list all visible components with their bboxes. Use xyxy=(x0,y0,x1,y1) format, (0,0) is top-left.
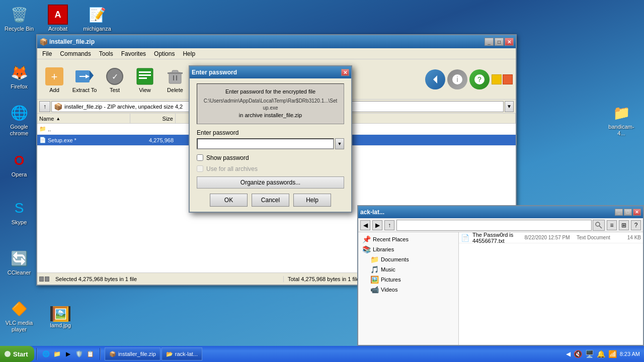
toolbar-help-icon[interactable]: ? xyxy=(469,69,490,89)
quicklaunch-antivirus-icon[interactable]: 🛡️ xyxy=(74,348,85,359)
password-input[interactable] xyxy=(197,138,334,149)
quicklaunch-ie-icon[interactable]: 🌐 xyxy=(41,348,51,359)
explorer-back-button[interactable]: ◀ xyxy=(360,220,370,230)
menu-file[interactable]: File xyxy=(38,49,56,58)
taskbar-divider-1 xyxy=(36,348,37,360)
dialog-titlebar: Enter password ✕ xyxy=(190,66,351,78)
desktop-icon-chrome[interactable]: 🌐 Google chrome xyxy=(2,101,37,139)
desktop-icon-acrobat[interactable]: A Acrobat xyxy=(40,3,75,34)
add-label: Add xyxy=(49,87,59,93)
show-password-label[interactable]: Show password xyxy=(206,154,249,161)
dialog-help-button[interactable]: Help xyxy=(293,194,331,207)
explorer-title-buttons: _ □ ✕ xyxy=(615,209,641,216)
dialog-info-path: C:\Users\admin\AppData\Local\Temp\Rar$DR… xyxy=(202,98,339,112)
quicklaunch-media-icon[interactable]: ▶ xyxy=(63,348,73,359)
svg-line-23 xyxy=(599,226,602,228)
address-dropdown-button[interactable]: ▼ xyxy=(505,101,514,112)
explorer-up-button[interactable]: ↑ xyxy=(384,220,394,230)
dialog-ok-button[interactable]: OK xyxy=(210,194,248,207)
desktop-icon-lamd[interactable]: 🖼️ lamd.jpg xyxy=(43,304,78,331)
taskbar-divider-2 xyxy=(100,348,101,360)
explorer-help-button[interactable]: ? xyxy=(631,220,641,230)
list-item[interactable]: 📄 The Passw0rd is 44556677.txt 8/22/2020… xyxy=(459,232,643,243)
show-password-checkbox[interactable] xyxy=(197,154,203,161)
menu-tools[interactable]: Tools xyxy=(95,49,117,58)
toolbar-test-button[interactable]: ✓ Test xyxy=(101,64,129,95)
taskbar-winrar-task[interactable]: 📦 installer_file.zip xyxy=(105,347,160,360)
tray-network-icon[interactable]: 📶 xyxy=(608,350,617,358)
tree-item-libraries[interactable]: 📚 Libraries xyxy=(360,244,456,254)
toolbar-back-icon[interactable] xyxy=(425,69,445,89)
view-icon xyxy=(134,66,155,87)
desktop-icon-vlc[interactable]: 🔶 VLC media player xyxy=(2,297,37,335)
toolbar-view-button[interactable]: View xyxy=(131,64,159,95)
menu-favorites[interactable]: Favorites xyxy=(117,49,150,58)
desktop-icon-opera[interactable]: O Opera xyxy=(2,148,37,180)
menu-commands[interactable]: Commands xyxy=(56,49,95,58)
dialog-close-button[interactable]: ✕ xyxy=(341,69,349,76)
pictures-icon: 🖼️ xyxy=(370,276,379,284)
view-mode-2[interactable] xyxy=(503,74,513,84)
tray-display-icon[interactable]: 🖥️ xyxy=(585,350,594,358)
setup-exe-size: 4,275,968 xyxy=(130,136,176,144)
desktop-icon-michiganza[interactable]: 📝 michiganza xyxy=(79,3,115,34)
explorer-view-list-button[interactable]: ≡ xyxy=(607,220,617,230)
tray-notification-icon[interactable]: 🔔 xyxy=(597,350,605,358)
menu-options[interactable]: Options xyxy=(150,49,179,58)
taskbar-explorer-task[interactable]: 📂 rack-lat... xyxy=(162,347,202,360)
desktop-icon-bandicam[interactable]: 📁 bandicam-4... xyxy=(604,101,639,139)
start-button[interactable]: Start xyxy=(0,346,34,362)
explorer-restore-button[interactable]: □ xyxy=(624,209,632,216)
taskbar-quicklaunch: 🌐 📁 ▶ 🛡️ 📋 xyxy=(41,348,96,359)
view-mode-1[interactable] xyxy=(492,74,502,84)
desktop-icon-recycle-bin[interactable]: 🗑️ Recycle Bin xyxy=(2,3,37,34)
lamd-icon: 🖼️ xyxy=(50,306,70,321)
toolbar-info-icon[interactable]: i xyxy=(447,69,467,89)
dialog-cancel-button[interactable]: Cancel xyxy=(252,194,289,207)
toolbar-extract-button[interactable]: Extract To xyxy=(70,64,99,95)
bandicam-icon: 📁 xyxy=(611,103,631,123)
explorer-files: 📄 The Passw0rd is 44556677.txt 8/22/2020… xyxy=(459,232,643,345)
tree-item-music[interactable]: 🎵 Music xyxy=(368,264,456,275)
use-all-archives-checkbox[interactable] xyxy=(197,165,203,172)
michiganza-icon: 📝 xyxy=(87,5,107,25)
tree-item-documents[interactable]: 📁 Documents xyxy=(368,254,456,264)
explorer-minimize-button[interactable]: _ xyxy=(615,209,623,216)
winrar-restore-button[interactable]: □ xyxy=(495,38,504,46)
explorer-view-grid-button[interactable]: ⊞ xyxy=(619,220,629,230)
desktop-icon-skype[interactable]: S Skype xyxy=(2,196,37,228)
winrar-minimize-button[interactable]: _ xyxy=(485,38,494,46)
explorer-close-button[interactable]: ✕ xyxy=(633,209,641,216)
taskbar-tasks: 📦 installer_file.zip 📂 rack-lat... xyxy=(103,346,562,361)
chrome-label: Google chrome xyxy=(4,124,35,137)
toolbar-delete-button[interactable]: Delete xyxy=(161,64,189,95)
winrar-close-button[interactable]: ✕ xyxy=(505,38,514,46)
documents-icon: 📁 xyxy=(370,255,379,263)
dialog-info-section: Enter password for the encrypted file C:… xyxy=(197,83,344,124)
quicklaunch-folder-icon[interactable]: 📁 xyxy=(52,348,62,359)
col-header-size[interactable]: Size xyxy=(130,114,176,123)
explorer-title-text: ack-lat... xyxy=(360,209,615,216)
address-up-button[interactable]: ↑ xyxy=(39,101,50,112)
acrobat-label: Acrobat xyxy=(48,26,67,32)
explorer-forward-button[interactable]: ▶ xyxy=(372,220,382,230)
tree-item-videos[interactable]: 📹 Videos xyxy=(368,285,456,295)
explorer-search-button[interactable] xyxy=(593,220,605,231)
col-header-name[interactable]: Name ▲ xyxy=(37,114,130,123)
tray-hide-arrow[interactable]: ◀ xyxy=(566,350,571,357)
menu-help[interactable]: Help xyxy=(179,49,199,58)
tree-item-recent-places[interactable]: 📌 Recent Places xyxy=(360,234,456,244)
use-all-archives-label[interactable]: Use for all archives xyxy=(206,165,258,172)
explorer-search-input[interactable] xyxy=(396,220,592,231)
password-dropdown-button[interactable]: ▼ xyxy=(335,138,344,149)
desktop-icon-ccleaner[interactable]: 🔄 CCleaner xyxy=(2,246,37,278)
skype-icon: S xyxy=(9,198,29,218)
tree-item-pictures[interactable]: 🖼️ Pictures xyxy=(368,275,456,285)
view-label: View xyxy=(139,87,151,93)
tray-volume-icon[interactable]: 🔇 xyxy=(574,350,582,358)
toolbar-add-button[interactable]: + Add xyxy=(40,64,68,95)
desktop-icon-firefox[interactable]: 🦊 Firefox xyxy=(2,60,37,92)
dialog-title-text: Enter password xyxy=(192,69,341,76)
quicklaunch-task-icon[interactable]: 📋 xyxy=(86,348,96,359)
organize-passwords-button[interactable]: Organize passwords... xyxy=(197,176,344,189)
